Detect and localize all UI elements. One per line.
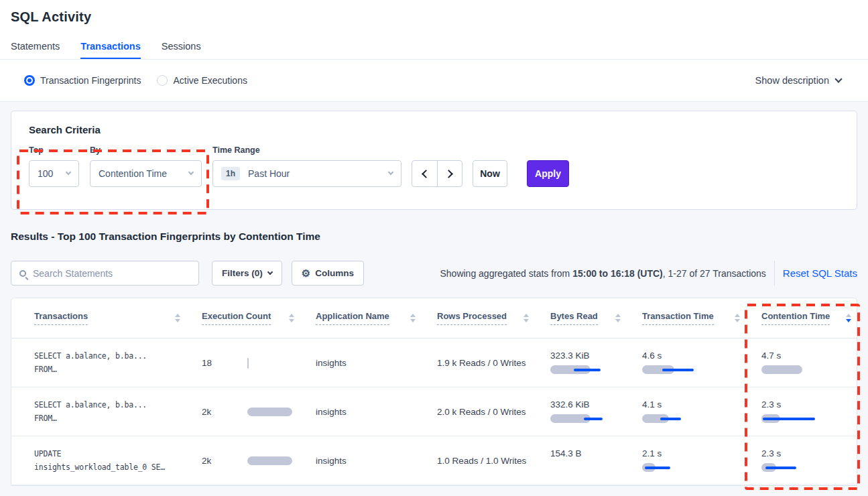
top-value: 100	[38, 168, 53, 179]
view-toggle-bar: Transaction Fingerprints Active Executio…	[0, 60, 868, 102]
chevron-down-icon	[834, 75, 842, 82]
column-label: Transactions	[34, 311, 88, 325]
column-header-bytes-read[interactable]: Bytes Read	[550, 311, 642, 325]
table-row: UPDATEinsights_workload_table_0 SE… 2k i…	[11, 436, 857, 485]
sort-icon[interactable]	[846, 314, 851, 322]
top-field: Top 100	[29, 145, 90, 187]
application-name-cell: insights	[316, 358, 437, 368]
transaction-time-bar	[642, 414, 716, 424]
radio-transaction-fingerprints[interactable]: Transaction Fingerprints	[24, 75, 141, 86]
sort-icon[interactable]	[175, 314, 180, 322]
search-criteria-form: Top 100 By Contention Time Time Range	[29, 145, 839, 187]
sort-icon[interactable]	[735, 314, 740, 322]
bytes-read-bar	[550, 365, 624, 375]
top-label: Top	[29, 145, 90, 155]
column-header-transactions[interactable]: Transactions	[34, 311, 202, 325]
sort-icon[interactable]	[615, 314, 621, 322]
column-header-rows-processed[interactable]: Rows Processed	[437, 311, 550, 325]
time-range-label: Time Range	[212, 145, 401, 155]
gear-icon: ⚙	[302, 268, 310, 278]
now-button[interactable]: Now	[473, 160, 507, 187]
column-header-execution-count[interactable]: Execution Count	[202, 311, 316, 325]
radio-label: Transaction Fingerprints	[40, 75, 141, 86]
column-header-contention-time[interactable]: Contention Time	[761, 311, 857, 325]
column-label: Contention Time	[761, 311, 830, 325]
search-input[interactable]	[33, 268, 192, 279]
apply-button[interactable]: Apply	[527, 160, 569, 187]
chevron-down-icon	[388, 170, 393, 175]
table-row: SELECT a.balance, b.ba...FROM… 2k insigh…	[11, 387, 857, 436]
chevron-down-icon	[66, 170, 71, 175]
tab-statements[interactable]: Statements	[11, 41, 60, 59]
chevron-down-icon	[188, 170, 194, 175]
page-header: SQL Activity Statements Transactions Ses…	[0, 0, 868, 60]
next-range-button[interactable]	[437, 161, 462, 186]
column-label: Execution Count	[202, 311, 271, 325]
execution-count-bar	[247, 456, 316, 466]
execution-count-cell: 2k	[202, 407, 316, 417]
time-range-select[interactable]: 1h Past Hour	[212, 160, 401, 187]
time-range-stepper	[412, 160, 462, 187]
search-criteria-card: Search Criteria Top 100 By Contention Ti…	[11, 111, 857, 210]
application-name-cell: insights	[316, 407, 437, 417]
stats-time-window: 15:00 to 16:18 (UTC)	[572, 268, 663, 279]
rows-processed-cell: 2.0 k Reads / 0 Writes	[437, 407, 550, 417]
column-header-transaction-time[interactable]: Transaction Time	[642, 311, 761, 325]
radio-selected-icon[interactable]	[24, 75, 35, 86]
radio-label: Active Executions	[173, 75, 247, 86]
radio-unselected-icon[interactable]	[157, 75, 168, 86]
contention-time-cell: 2.3 s	[761, 399, 857, 424]
time-range-value: Past Hour	[248, 168, 290, 179]
sql-activity-page: SQL Activity Statements Transactions Ses…	[0, 0, 868, 496]
filters-button[interactable]: Filters (0)	[212, 261, 282, 286]
column-label: Transaction Time	[642, 311, 714, 325]
show-description-label: Show description	[755, 75, 829, 86]
contention-time-bar	[761, 365, 835, 375]
radio-active-executions[interactable]: Active Executions	[157, 75, 247, 86]
execution-count-cell: 2k	[202, 456, 316, 466]
transaction-time-cell: 4.6 s	[642, 351, 761, 375]
sort-icon[interactable]	[410, 314, 416, 322]
table-row: SELECT a.balance, b.ba...FROM… 18 insigh…	[11, 338, 857, 387]
rows-processed-cell: 1.0 Reads / 1.0 Writes	[437, 456, 550, 466]
execution-count-cell: 18	[202, 358, 316, 368]
bytes-read-bar	[550, 414, 624, 424]
columns-button[interactable]: ⚙ Columns	[292, 261, 364, 286]
column-label: Rows Processed	[437, 311, 507, 325]
contention-time-bar	[761, 462, 835, 473]
sort-icon[interactable]	[523, 314, 529, 322]
tab-transactions[interactable]: Transactions	[80, 41, 140, 59]
transaction-time-bar	[642, 462, 716, 473]
transaction-fingerprint-link[interactable]: UPDATEinsights_workload_table_0 SE…	[34, 447, 202, 474]
transaction-fingerprint-link[interactable]: SELECT a.balance, b.ba...FROM…	[34, 349, 202, 376]
by-field: By Contention Time	[90, 145, 202, 187]
previous-range-button[interactable]	[412, 161, 437, 186]
columns-label: Columns	[315, 268, 354, 278]
reset-sql-stats-link[interactable]: Reset SQL Stats	[783, 267, 857, 279]
transaction-fingerprint-link[interactable]: SELECT a.balance, b.ba...FROM…	[34, 398, 202, 425]
sort-icon[interactable]	[289, 314, 294, 322]
chevron-down-icon	[267, 269, 273, 274]
column-header-application-name[interactable]: Application Name	[316, 311, 437, 325]
aggregated-stats-text: Showing aggregated stats from 15:00 to 1…	[440, 268, 765, 279]
stats-suffix: , 1-27 of 27 Transactions	[663, 268, 766, 279]
transaction-time-cell: 4.1 s	[642, 399, 761, 424]
transactions-table: Transactions Execution Count Application…	[11, 298, 857, 486]
application-name-cell: insights	[316, 456, 437, 466]
tab-sessions[interactable]: Sessions	[162, 41, 201, 59]
time-range-field: Time Range 1h Past Hour	[212, 145, 401, 187]
contention-time-bar	[761, 414, 835, 424]
results-heading: Results - Top 100 Transaction Fingerprin…	[11, 231, 857, 243]
results-toolbar: Filters (0) ⚙ Columns Showing aggregated…	[11, 261, 857, 286]
search-icon	[19, 270, 26, 277]
filters-label: Filters (0)	[222, 268, 263, 278]
by-select[interactable]: Contention Time	[90, 160, 202, 187]
contention-time-cell: 2.3 s	[761, 448, 857, 473]
chevron-left-icon	[422, 170, 430, 178]
search-criteria-heading: Search Criteria	[29, 124, 839, 135]
rows-processed-cell: 1.9 k Reads / 0 Writes	[437, 358, 550, 368]
by-label: By	[90, 145, 202, 155]
top-select[interactable]: 100	[29, 160, 79, 187]
show-description-toggle[interactable]: Show description	[755, 75, 841, 86]
chevron-right-icon	[444, 170, 453, 178]
